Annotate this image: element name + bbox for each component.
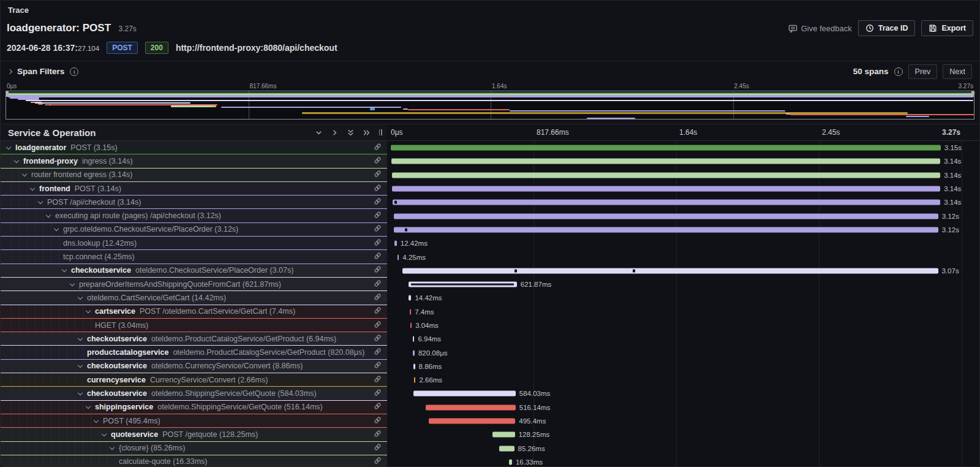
prev-button[interactable]: Prev xyxy=(908,64,938,79)
span-link-icon[interactable] xyxy=(374,416,382,427)
expand-chevron-icon[interactable] xyxy=(30,185,35,190)
span-link-icon[interactable] xyxy=(374,429,382,440)
span-link-icon[interactable] xyxy=(374,401,382,412)
expand-chevron-icon[interactable] xyxy=(14,158,19,163)
span-name-cell[interactable]: loadgeneratorPOST (3.15s) xyxy=(1,141,387,154)
span-name-cell[interactable]: checkoutserviceoteldemo.CurrencyService/… xyxy=(1,360,387,373)
span-name-cell[interactable]: currencyserviceCurrencyService/Convert (… xyxy=(1,373,387,387)
span-duration-bar[interactable] xyxy=(392,172,941,178)
span-link-icon[interactable] xyxy=(374,360,382,371)
span-name-cell[interactable]: POST /api/checkout (3.14s) xyxy=(1,196,387,209)
span-filters-toggle[interactable]: Span Filters i xyxy=(8,67,78,76)
span-duration-bar[interactable] xyxy=(413,350,415,355)
expand-chevron-icon[interactable] xyxy=(94,417,99,422)
span-duration-bar[interactable] xyxy=(410,309,412,314)
span-link-icon[interactable] xyxy=(374,156,382,167)
span-duration-bar[interactable] xyxy=(394,241,397,246)
span-duration-bar[interactable] xyxy=(409,282,517,287)
span-link-icon[interactable] xyxy=(374,347,382,358)
span-filters-info-icon[interactable]: i xyxy=(70,67,78,76)
span-duration-bar[interactable] xyxy=(414,378,416,383)
span-link-icon[interactable] xyxy=(374,279,382,290)
span-name-cell[interactable]: checkoutserviceoteldemo.ProductCatalogSe… xyxy=(1,332,387,346)
span-name-cell[interactable]: cartservicePOST /oteldemo.CartService/Ge… xyxy=(1,305,387,319)
expand-chevron-icon[interactable] xyxy=(62,267,67,272)
span-name-cell[interactable]: quoteservicePOST /getquote (128.25ms) xyxy=(1,428,387,441)
span-name-cell[interactable]: dns.lookup (12.42ms) xyxy=(1,237,387,250)
span-duration-bar[interactable] xyxy=(409,295,411,301)
span-duration-bar[interactable] xyxy=(394,227,938,232)
span-duration-bar[interactable] xyxy=(410,323,412,328)
minimap-left-handle[interactable] xyxy=(6,91,9,97)
expand-chevron-icon[interactable] xyxy=(86,404,91,409)
span-link-icon[interactable] xyxy=(374,388,382,399)
span-link-icon[interactable] xyxy=(374,169,382,180)
expand-chevron-icon[interactable] xyxy=(86,308,91,313)
span-duration-bar[interactable] xyxy=(394,213,938,219)
span-duration-bar[interactable] xyxy=(391,159,940,164)
expand-chevron-icon[interactable] xyxy=(110,445,115,450)
span-duration-bar[interactable] xyxy=(398,254,399,260)
minimap-right-handle[interactable] xyxy=(971,91,974,97)
next-button[interactable]: Next xyxy=(943,64,972,79)
minimap-canvas[interactable] xyxy=(6,91,974,120)
span-link-icon[interactable] xyxy=(374,306,382,317)
expand-chevron-icon[interactable] xyxy=(54,226,59,231)
span-link-icon[interactable] xyxy=(374,197,382,208)
span-duration-bar[interactable] xyxy=(402,268,938,273)
expand-chevron-icon[interactable] xyxy=(78,390,83,395)
span-link-icon[interactable] xyxy=(374,333,382,344)
span-link-icon[interactable] xyxy=(374,210,382,221)
span-name-cell[interactable]: shippingserviceoteldemo.ShippingService/… xyxy=(1,401,387,414)
span-duration-bar[interactable] xyxy=(509,459,512,465)
expand-all-icon[interactable] xyxy=(360,126,372,139)
span-link-icon[interactable] xyxy=(374,251,382,262)
export-button[interactable]: Export xyxy=(921,20,973,36)
span-duration-bar[interactable] xyxy=(413,336,415,342)
span-duration-bar[interactable] xyxy=(429,419,515,424)
span-link-icon[interactable] xyxy=(374,183,382,194)
expand-chevron-icon[interactable] xyxy=(102,431,107,436)
expand-chevron-icon[interactable] xyxy=(70,281,75,286)
span-name-cell[interactable]: calculate-quote (16.33ms) xyxy=(1,455,387,467)
span-link-icon[interactable] xyxy=(374,442,382,454)
expand-chevron-icon[interactable] xyxy=(78,295,83,300)
span-link-icon[interactable] xyxy=(374,456,382,467)
span-name-cell[interactable]: grpc.oteldemo.CheckoutService/PlaceOrder… xyxy=(1,223,387,237)
span-duration-bar[interactable] xyxy=(426,404,516,410)
span-link-icon[interactable] xyxy=(374,224,382,235)
span-name-cell[interactable]: {closure} (85.26ms) xyxy=(1,442,387,455)
expand-chevron-icon[interactable] xyxy=(6,144,11,149)
span-name-cell[interactable]: tcp.connect (4.25ms) xyxy=(1,250,387,264)
span-name-cell[interactable]: checkoutserviceoteldemo.CheckoutService/… xyxy=(1,264,387,278)
span-name-cell[interactable]: oteldemo.CartService/GetCart (14.42ms) xyxy=(1,291,387,305)
span-link-icon[interactable] xyxy=(374,374,382,385)
expand-one-icon[interactable] xyxy=(328,126,341,139)
span-link-icon[interactable] xyxy=(374,265,382,276)
span-name-cell[interactable]: productcatalogserviceoteldemo.ProductCat… xyxy=(1,346,387,359)
expand-chevron-icon[interactable] xyxy=(78,363,83,368)
expand-chevron-icon[interactable] xyxy=(46,213,51,218)
expand-chevron-icon[interactable] xyxy=(38,199,43,204)
span-name-cell[interactable]: prepareOrderItemsAndShippingQuoteFromCar… xyxy=(1,278,387,291)
collapse-all-icon[interactable] xyxy=(344,126,356,139)
expand-chevron-icon[interactable] xyxy=(22,172,27,177)
give-feedback-link[interactable]: Give feedback xyxy=(788,24,852,33)
span-link-icon[interactable] xyxy=(374,292,382,303)
span-name-cell[interactable]: POST (495.4ms) xyxy=(1,414,387,428)
trace-id-button[interactable]: Trace ID xyxy=(858,20,916,36)
span-name-cell[interactable]: frontendPOST (3.14s) xyxy=(1,182,387,196)
span-link-icon[interactable] xyxy=(374,320,382,331)
collapse-one-icon[interactable] xyxy=(312,126,325,139)
span-name-cell[interactable]: router frontend egress (3.14s) xyxy=(1,169,387,182)
span-duration-bar[interactable] xyxy=(391,145,941,151)
span-duration-bar[interactable] xyxy=(492,432,515,438)
span-name-cell[interactable]: executing api route (pages) /api/checkou… xyxy=(1,209,387,222)
span-name-cell[interactable]: checkoutserviceoteldemo.ShippingService/… xyxy=(1,387,387,400)
column-resize-handle[interactable] xyxy=(377,129,383,135)
expand-chevron-icon[interactable] xyxy=(78,336,83,341)
span-duration-bar[interactable] xyxy=(393,200,940,205)
span-duration-bar[interactable] xyxy=(392,186,940,192)
span-count-info-icon[interactable]: i xyxy=(894,67,903,76)
span-name-cell[interactable]: HGET (3.04ms) xyxy=(1,319,387,332)
